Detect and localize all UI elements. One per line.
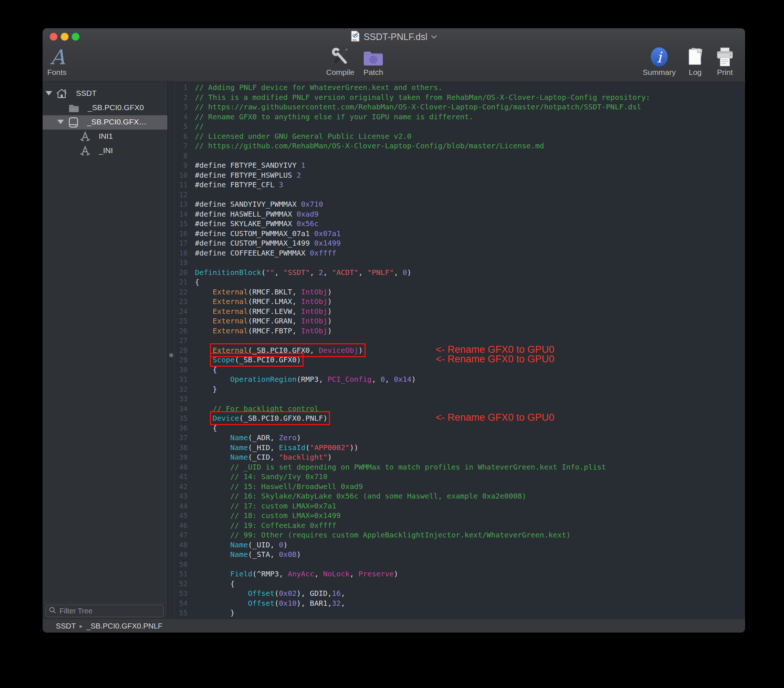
code-text: // _UID is set depending on PWMMax to ma… <box>195 462 606 472</box>
code-line-21[interactable]: 21{ <box>168 277 745 287</box>
sidebar-item-label: _INI <box>99 146 113 155</box>
code-line-22[interactable]: 22 External(RMCF.BKLT, IntObj) <box>168 287 745 297</box>
code-line-39[interactable]: 39 Name(_CID, "backlight") <box>168 452 745 462</box>
code-line-24[interactable]: 24 External(RMCF.LEVW, IntObj) <box>168 307 745 317</box>
code-line-11[interactable]: 11#define FBTYPE_CFL 3 <box>168 180 745 190</box>
line-number: 8 <box>168 151 188 161</box>
code-text: } <box>195 384 217 394</box>
sidebar-item-gfx0-device[interactable]: _SB.PCI0.GFX… <box>43 115 167 130</box>
sidebar-item-ini[interactable]: _INI <box>43 144 167 158</box>
code-text: // 18: custom LMAX=0x1499 <box>195 511 341 521</box>
code-text: // 19: CoffeeLake 0xffff <box>195 521 336 531</box>
code-text: // <box>195 122 204 132</box>
sidebar-item-label: _SB.PCI0.GFX0 <box>88 103 144 112</box>
line-number: 52 <box>168 579 188 589</box>
code-text: // https://github.com/RehabMan/OS-X-Clov… <box>195 141 544 151</box>
disclosure-triangle-icon[interactable] <box>57 120 64 124</box>
maciasl-window: DSL SSDT-PNLF.dsl A Fonts <box>43 28 745 633</box>
sidebar-item-gfx0-scope[interactable]: _SB.PCI0.GFX0 <box>43 101 167 115</box>
code-line-7[interactable]: 7// https://github.com/RehabMan/OS-X-Clo… <box>168 141 745 151</box>
sidebar-item-label: SSDT <box>76 89 97 98</box>
fonts-button[interactable]: A Fonts <box>43 46 81 77</box>
code-line-47[interactable]: 47 // 99: Other (requires custom AppleBa… <box>168 530 745 540</box>
home-icon <box>56 88 68 101</box>
print-button[interactable]: Print <box>701 46 745 77</box>
code-text: // 14: Sandy/Ivy 0x710 <box>195 472 328 482</box>
code-line-4[interactable]: 4// Rename GFX0 to anything else if your… <box>168 112 745 122</box>
annotation-red-box: External(_SB.PCI0.GFX0, DeviceObj) <box>212 346 362 355</box>
code-line-9[interactable]: 9#define FBTYPE_SANDYIVY 1 <box>168 160 745 170</box>
code-line-18[interactable]: 18#define COFFEELAKE_PWMMAX 0xffff <box>168 248 745 258</box>
code-line-6[interactable]: 6// Licensed under GNU General Public Li… <box>168 132 745 141</box>
code-line-37[interactable]: 37 Name(_ADR, Zero) <box>168 433 745 443</box>
code-line-29[interactable]: 29 Scope(_SB.PCI0.GFX0)<- Rename GFX0 to… <box>168 355 745 365</box>
line-number: 21 <box>168 277 188 287</box>
code-line-30[interactable]: 30 { <box>168 365 745 375</box>
folder-icon <box>68 104 80 115</box>
code-line-25[interactable]: 25 External(RMCF.GRAN, IntObj) <box>168 316 745 326</box>
code-line-51[interactable]: 51 Field(^RMP3, AnyAcc, NoLock, Preserve… <box>168 569 745 579</box>
line-number: 12 <box>168 190 188 200</box>
code-line-33[interactable]: 33 <box>168 394 745 404</box>
code-line-38[interactable]: 38 Name(_HID, EisaId("APP0002")) <box>168 443 745 453</box>
code-line-15[interactable]: 15#define SKYLAKE_PWMMAX 0x56c <box>168 219 745 229</box>
title-group[interactable]: DSL SSDT-PNLF.dsl <box>43 30 745 43</box>
method-icon <box>80 145 91 158</box>
code-line-1[interactable]: 1// Adding PNLF device for WhateverGreen… <box>168 82 745 92</box>
code-line-49[interactable]: 49 Name(_STA, 0x0B) <box>168 549 745 559</box>
code-editor[interactable]: 1// Adding PNLF device for WhateverGreen… <box>167 82 745 619</box>
code-line-12[interactable]: 12 <box>168 190 745 200</box>
code-line-44[interactable]: 44 // 17: custom LMAX=0x7a1 <box>168 501 745 511</box>
code-line-35[interactable]: 35 Device(_SB.PCI0.GFX0.PNLF)<- Rename G… <box>168 413 745 423</box>
code-line-50[interactable]: 50 <box>168 559 745 569</box>
filter-tree-field[interactable] <box>46 605 164 617</box>
line-number: 34 <box>168 404 188 414</box>
code-line-2[interactable]: 2// This is a modified PNLF version orig… <box>168 92 745 102</box>
code-line-48[interactable]: 48 Name(_UID, 0) <box>168 540 745 550</box>
code-line-8[interactable]: 8 <box>168 151 745 161</box>
code-line-19[interactable]: 19 <box>168 258 745 267</box>
line-number: 25 <box>168 316 188 326</box>
chevron-down-icon[interactable] <box>431 34 437 40</box>
code-line-14[interactable]: 14#define HASWELL_PWMMAX 0xad9 <box>168 209 745 219</box>
sidebar-item-ini1[interactable]: INI1 <box>43 130 167 144</box>
code-line-5[interactable]: 5// <box>168 122 745 132</box>
window-title: SSDT-PNLF.dsl <box>364 31 428 42</box>
code-text: Field(^RMP3, AnyAcc, NoLock, Preserve) <box>195 569 398 579</box>
code-line-52[interactable]: 52 { <box>168 579 745 589</box>
code-line-55[interactable]: 55 } <box>168 608 745 618</box>
titlebar[interactable]: DSL SSDT-PNLF.dsl <box>43 28 745 45</box>
code-line-40[interactable]: 40 // _UID is set depending on PWMMax to… <box>168 462 745 472</box>
code-line-54[interactable]: 54 Offset(0x10), BAR1,32, <box>168 599 745 608</box>
code-line-17[interactable]: 17#define CUSTOM_PWMMAX_1499 0x1499 <box>168 238 745 248</box>
line-number: 27 <box>168 335 188 345</box>
code-line-26[interactable]: 26 External(RMCF.FBTP, IntObj) <box>168 326 745 336</box>
code-line-53[interactable]: 53 Offset(0x02), GDID,16, <box>168 589 745 599</box>
filter-tree-input[interactable] <box>59 607 160 616</box>
breadcrumb-separator-icon: ▸ <box>80 622 83 630</box>
code-line-16[interactable]: 16#define CUSTOM_PWMMAX_07a1 0x07a1 <box>168 229 745 239</box>
line-number: 42 <box>168 482 188 492</box>
code-line-23[interactable]: 23 External(RMCF.LMAX, IntObj) <box>168 297 745 307</box>
code-line-3[interactable]: 3// https://raw.githubusercontent.com/Re… <box>168 102 745 112</box>
code-line-43[interactable]: 43 // 16: Skylake/KabyLake 0x56c (and so… <box>168 491 745 501</box>
disclosure-triangle-icon[interactable] <box>46 91 52 96</box>
code-line-20[interactable]: 20DefinitionBlock("", "SSDT", 2, "ACDT",… <box>168 267 745 277</box>
code-line-42[interactable]: 42 // 15: Haswell/Broadwell 0xad9 <box>168 482 745 492</box>
code-line-36[interactable]: 36 { <box>168 423 745 433</box>
code-line-31[interactable]: 31 OperationRegion(RMP3, PCI_Config, 0, … <box>168 375 745 384</box>
patch-button[interactable]: Patch <box>349 46 397 77</box>
line-number: 10 <box>168 170 188 180</box>
line-number: 14 <box>168 209 188 219</box>
code-line-13[interactable]: 13#define SANDYIVY_PWMMAX 0x710 <box>168 200 745 209</box>
code-text: { <box>195 579 234 589</box>
code-line-46[interactable]: 46 // 19: CoffeeLake 0xffff <box>168 521 745 531</box>
code-line-32[interactable]: 32 } <box>168 384 745 394</box>
line-number: 1 <box>168 82 188 92</box>
code-line-45[interactable]: 45 // 18: custom LMAX=0x1499 <box>168 511 745 521</box>
line-number: 23 <box>168 297 188 307</box>
svg-text:DSL: DSL <box>352 39 357 41</box>
code-line-41[interactable]: 41 // 14: Sandy/Ivy 0x710 <box>168 472 745 482</box>
code-line-10[interactable]: 10#define FBTYPE_HSWPLUS 2 <box>168 170 745 180</box>
sidebar-item-ssdt[interactable]: SSDT <box>43 87 167 101</box>
